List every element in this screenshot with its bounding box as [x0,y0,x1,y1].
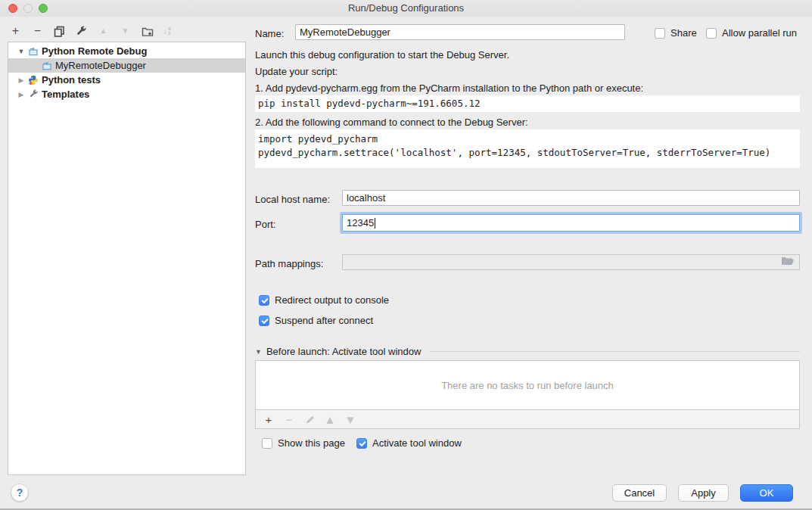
step1-text: 1. Add pydevd-pycharm.egg from the PyCha… [255,82,643,94]
local-host-name-input[interactable] [342,190,800,206]
before-launch-task-list[interactable]: There are no tasks to run before launch [255,360,800,410]
before-launch-header[interactable]: ▼ Before launch: Activate tool window [255,346,800,357]
tree-item-templates[interactable]: ▶ Templates [8,87,245,101]
tree-item-label: Python Remote Debug [42,45,147,57]
allow-parallel-run-label: Allow parallel run [722,27,797,39]
task-list-toolbar: + − ▲ ▼ [255,409,800,429]
move-task-down-icon: ▼ [344,413,356,426]
move-up-icon: ▲ [97,24,110,38]
collapse-section-icon[interactable]: ▼ [255,348,262,356]
browse-folder-icon[interactable] [781,256,795,269]
redirect-output-label: Redirect output to console [275,294,389,306]
step2-text: 2. Add the following command to connect … [255,117,528,128]
add-task-icon[interactable]: + [263,413,275,426]
tree-item-python-tests[interactable]: ▶ Python tests [8,73,245,87]
code-line-1: import pydevd_pycharm [258,133,378,145]
share-label: Share [670,27,697,39]
activate-tool-window-checkbox[interactable] [356,438,367,449]
empty-tasks-text: There are no tasks to run before launch [441,380,614,391]
activate-tool-window-label: Activate tool window [372,437,462,449]
launch-instruction-text: Launch this debug configuration to start… [255,49,509,61]
allow-parallel-checkbox-row: Allow parallel run [706,27,797,39]
wrench-icon [28,89,39,100]
new-folder-icon[interactable] [141,24,154,38]
add-configuration-icon[interactable]: + [9,24,22,38]
move-task-up-icon: ▲ [324,413,336,426]
text-caret [375,218,375,229]
allow-parallel-run-checkbox[interactable] [706,28,717,39]
sort-alphabetically-icon: ↓ az [163,26,171,36]
question-mark-icon: ? [17,487,23,499]
copy-configuration-icon[interactable] [53,24,66,38]
tree-item-label: MyRemoteDebugger [55,60,146,71]
tree-item-label: Python tests [42,74,101,86]
remove-configuration-icon[interactable]: − [31,24,44,38]
port-value: 12345 [347,217,374,229]
configurations-toolbar: + − ▲ ▼ ↓ az [9,23,171,39]
suspend-after-connect-label: Suspend after connect [275,315,373,326]
configurations-tree: ▼ Python Remote Debug MyRemoteDebugger ▶… [8,42,246,475]
before-launch-title: Before launch: Activate tool window [266,346,422,357]
window-title: Run/Debug Configurations [0,2,812,14]
tree-item-myremotedebugger[interactable]: MyRemoteDebugger [8,58,245,73]
python-icon [28,75,39,86]
suspend-after-connect-checkbox[interactable] [259,316,269,326]
tree-item-label: Templates [42,89,89,100]
show-this-page-row: Show this page [262,437,345,449]
edit-defaults-wrench-icon[interactable] [75,24,88,38]
path-mappings-label: Path mappings: [255,258,323,269]
help-button[interactable]: ? [11,484,29,502]
remove-task-icon: − [283,413,295,426]
suspend-after-connect-row: Suspend after connect [259,315,373,326]
run-debug-configurations-dialog: Run/Debug Configurations + − ▲ ▼ ↓ az ▼ … [0,0,812,510]
settrace-code-field[interactable]: import pydevd_pycharm pydevd_pycharm.set… [255,129,800,168]
cancel-button[interactable]: Cancel [612,484,667,502]
tree-item-python-remote-debug[interactable]: ▼ Python Remote Debug [8,44,245,58]
local-host-name-label: Local host name: [255,194,330,205]
share-checkbox-row: Share [655,27,697,39]
remote-debug-icon [28,46,39,57]
collapse-triangle-icon[interactable]: ▶ [16,76,26,84]
redirect-output-row: Redirect output to console [259,294,389,306]
ok-button[interactable]: OK [740,484,793,502]
path-mappings-input[interactable] [342,254,800,270]
port-label: Port: [255,219,275,230]
share-checkbox[interactable] [655,28,665,39]
name-input[interactable] [295,24,625,40]
pip-command-field[interactable]: pip install pydevd-pycharm~=191.6605.12 [255,95,800,112]
apply-button[interactable]: Apply [678,484,729,502]
port-input[interactable]: 12345 [342,214,800,232]
show-this-page-checkbox[interactable] [262,438,272,449]
titlebar: Run/Debug Configurations [0,0,812,17]
edit-task-pencil-icon [303,415,316,424]
collapse-triangle-icon[interactable]: ▶ [16,91,26,98]
name-label: Name: [255,28,284,39]
expand-triangle-icon[interactable]: ▼ [16,48,26,55]
show-this-page-label: Show this page [278,437,345,449]
redirect-output-checkbox[interactable] [259,295,269,306]
activate-tool-window-row: Activate tool window [356,437,462,449]
move-down-icon: ▼ [119,24,132,38]
section-divider [430,351,800,352]
update-script-text: Update your script: [255,66,338,77]
code-line-2: pydevd_pycharm.settrace('localhost', por… [258,147,770,158]
remote-debug-icon [42,61,52,71]
